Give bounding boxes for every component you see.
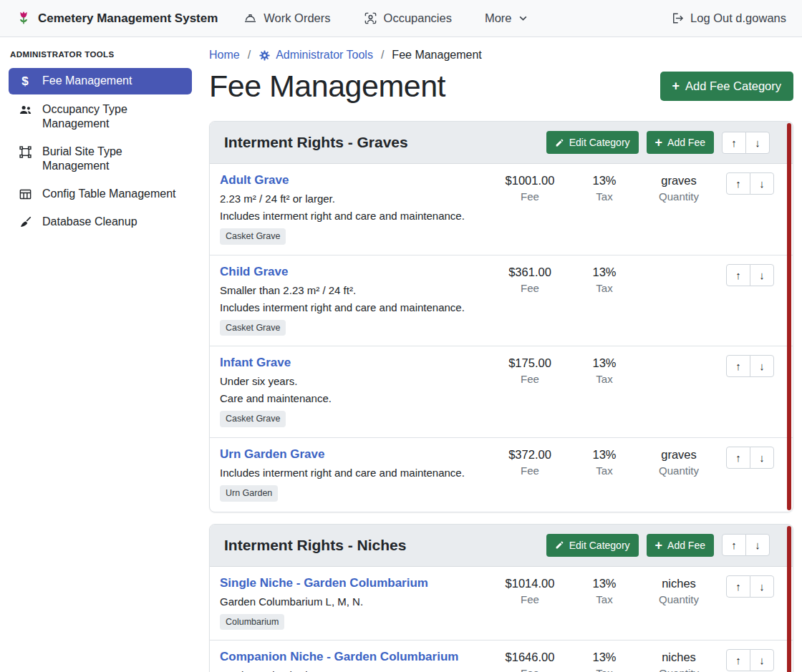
edit-category-button[interactable]: Edit Category xyxy=(546,534,639,557)
app-brand[interactable]: Cemetery Management System xyxy=(16,11,218,26)
pencil-icon xyxy=(555,138,564,147)
add-fee-button[interactable]: +Add Fee xyxy=(647,131,714,154)
fee-reorder-group: ↑↓ xyxy=(726,649,774,671)
logout-icon xyxy=(670,11,684,25)
breadcrumb-admin-tools-label: Administrator Tools xyxy=(276,49,373,62)
edit-category-label: Edit Category xyxy=(569,137,630,148)
top-navbar: Cemetery Management System Work Orders O… xyxy=(0,0,802,37)
category-reorder-group: ↑↓ xyxy=(722,534,770,556)
fee-amount: $1646.00Fee xyxy=(493,649,567,672)
sidebar-item-fee-management[interactable]: $Fee Management xyxy=(9,68,192,94)
fee-info: Infant GraveUnder six years.Care and mai… xyxy=(220,355,493,427)
add-fee-label: Add Fee xyxy=(667,540,705,551)
category-title: Interment Rights - Graves xyxy=(224,134,408,151)
card-scrollbar-thumb[interactable] xyxy=(787,123,791,510)
category-body: Single Niche - Garden ColumbariumGarden … xyxy=(210,567,793,672)
fee-row: Child GraveSmaller than 2.23 m² / 24 ft²… xyxy=(210,255,793,347)
fee-tax: 13%Tax xyxy=(567,172,642,203)
move-category-down-button[interactable]: ↓ xyxy=(745,534,770,556)
fee-amount: $372.00Fee xyxy=(493,447,567,477)
fee-name-link[interactable]: Infant Grave xyxy=(220,355,291,371)
sidebar: ADMINISTRATOR TOOLS $Fee ManagementOccup… xyxy=(0,37,200,672)
sidebar-item-label: Burial Site Type Management xyxy=(42,145,183,173)
move-fee-up-button[interactable]: ↑ xyxy=(726,447,750,469)
sidebar-item-database-cleanup[interactable]: Database Cleanup xyxy=(9,209,192,235)
fee-tax: 13%Tax xyxy=(567,264,642,294)
fee-quantity-value: graves xyxy=(642,174,716,188)
fee-tax-value: 13% xyxy=(567,651,642,664)
fee-row: Adult Grave2.23 m² / 24 ft² or larger.In… xyxy=(210,164,793,255)
nav-work-orders[interactable]: Work Orders xyxy=(243,11,330,25)
move-fee-up-button[interactable]: ↑ xyxy=(726,264,750,286)
add-fee-label: Add Fee xyxy=(667,137,705,148)
hard-hat-icon xyxy=(243,11,257,25)
person-frame-icon xyxy=(364,11,377,25)
move-fee-down-button[interactable]: ↓ xyxy=(750,172,774,195)
edit-category-button[interactable]: Edit Category xyxy=(546,131,639,154)
fee-name-link[interactable]: Single Niche - Garden Columbarium xyxy=(220,575,428,591)
breadcrumb-separator: / xyxy=(381,49,384,62)
broom-icon xyxy=(17,215,33,229)
move-fee-up-button[interactable]: ↑ xyxy=(726,575,750,598)
fee-amount-value: $372.00 xyxy=(493,448,567,462)
move-category-up-button[interactable]: ↑ xyxy=(722,534,746,556)
fee-name-link[interactable]: Companion Niche - Garden Columbarium xyxy=(220,649,458,665)
sidebar-heading: ADMINISTRATOR TOOLS xyxy=(0,44,200,66)
move-fee-down-button[interactable]: ↓ xyxy=(750,649,774,671)
fee-tax: 13%Tax xyxy=(567,355,642,385)
fee-tax-value: 13% xyxy=(567,356,642,370)
fee-row: Single Niche - Garden ColumbariumGarden … xyxy=(210,567,793,641)
sidebar-item-label: Occupancy Type Management xyxy=(42,102,183,131)
sidebar-item-burial-site-type-management[interactable]: Burial Site Type Management xyxy=(9,139,192,179)
move-category-down-button[interactable]: ↓ xyxy=(745,132,770,154)
move-fee-down-button[interactable]: ↓ xyxy=(750,447,774,469)
move-fee-up-button[interactable]: ↑ xyxy=(726,649,750,671)
fee-amount-value: $175.00 xyxy=(493,356,567,370)
move-fee-up-button[interactable]: ↑ xyxy=(726,355,750,377)
fee-row: Companion Niche - Garden ColumbariumGard… xyxy=(210,641,793,672)
breadcrumb-admin-tools[interactable]: Administrator Tools xyxy=(259,49,373,62)
move-fee-up-button[interactable]: ↑ xyxy=(726,172,750,195)
fee-quantity-label: Quantity xyxy=(642,667,716,672)
breadcrumb-home[interactable]: Home xyxy=(209,49,240,62)
category-title: Interment Rights - Niches xyxy=(224,537,406,554)
sidebar-item-label: Database Cleanup xyxy=(42,215,137,229)
edit-category-label: Edit Category xyxy=(569,540,630,551)
add-fee-button[interactable]: +Add Fee xyxy=(647,534,714,557)
fee-name-link[interactable]: Child Grave xyxy=(220,264,288,280)
move-fee-down-button[interactable]: ↓ xyxy=(750,575,774,598)
add-fee-category-button[interactable]: + Add Fee Category xyxy=(660,72,793,101)
fee-quantity-label: Quantity xyxy=(642,190,716,203)
fee-amount-label: Fee xyxy=(493,282,567,294)
sidebar-item-occupancy-type-management[interactable]: Occupancy Type Management xyxy=(9,97,192,137)
page-head: Fee Management + Add Fee Category xyxy=(209,69,793,104)
fee-tax: 13%Tax xyxy=(567,575,642,605)
fee-quantity-value: niches xyxy=(642,651,716,664)
plus-icon: + xyxy=(672,80,680,92)
sidebar-item-label: Config Table Management xyxy=(42,187,176,201)
nav-occupancies[interactable]: Occupancies xyxy=(364,11,452,25)
fee-info: Child GraveSmaller than 2.23 m² / 24 ft²… xyxy=(220,264,493,336)
fee-name-link[interactable]: Urn Garden Grave xyxy=(220,447,324,462)
sidebar-item-config-table-management[interactable]: Config Table Management xyxy=(9,181,192,207)
move-fee-down-button[interactable]: ↓ xyxy=(750,355,774,377)
page-title: Fee Management xyxy=(209,69,445,104)
chevron-down-icon xyxy=(518,14,528,23)
fee-type-badge: Casket Grave xyxy=(220,320,286,336)
logout-link[interactable]: Log Out d.gowans xyxy=(670,11,786,25)
fee-quantity-label: Quantity xyxy=(642,464,716,477)
nav-more[interactable]: More xyxy=(485,11,528,25)
fee-quantity xyxy=(642,355,716,356)
card-scrollbar-thumb[interactable] xyxy=(787,526,791,672)
fee-amount-value: $1001.00 xyxy=(493,174,567,188)
nav-more-label: More xyxy=(485,11,512,25)
fee-name-link[interactable]: Adult Grave xyxy=(220,172,289,188)
fee-description: Includes interment right and care and ma… xyxy=(220,209,487,223)
fee-quantity-label: Quantity xyxy=(642,593,716,605)
fee-amount: $1001.00Fee xyxy=(493,172,567,203)
app-layout: ADMINISTRATOR TOOLS $Fee ManagementOccup… xyxy=(0,37,802,672)
fee-row: Infant GraveUnder six years.Care and mai… xyxy=(210,346,793,438)
move-fee-down-button[interactable]: ↓ xyxy=(750,264,774,286)
category-actions: Edit Category+Add Fee↑↓ xyxy=(546,131,778,154)
move-category-up-button[interactable]: ↑ xyxy=(722,132,746,154)
